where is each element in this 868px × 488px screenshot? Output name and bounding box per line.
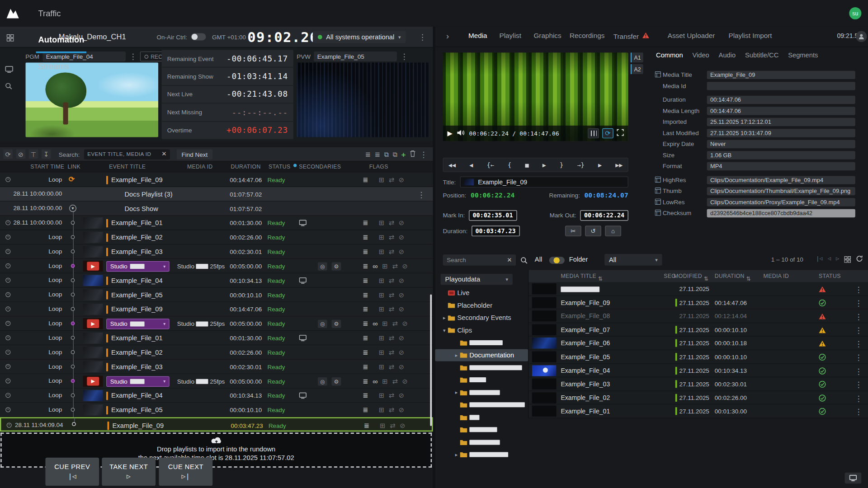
refresh-icon[interactable]: ⟳	[3, 150, 13, 159]
monitor-off-flag-icon[interactable]: ⊘	[402, 262, 408, 270]
media-row-menu-button[interactable]: ⋮	[855, 380, 863, 389]
layout-flag-icon[interactable]: ⊞	[379, 176, 384, 183]
cg-icon[interactable]: ◎	[318, 319, 327, 328]
media-tab-transfer[interactable]: Transfer	[613, 32, 650, 40]
monitor-off-flag-icon[interactable]: ⊘	[399, 248, 404, 256]
tree-item-clips[interactable]: ▾ Clips	[435, 324, 528, 337]
rundown-menu-button[interactable]: ⋮	[420, 150, 427, 159]
tree-root-dropdown[interactable]: Playoutdata ▾	[441, 274, 513, 285]
notes-flag-icon[interactable]: ≣	[363, 363, 368, 371]
notes-flag-icon[interactable]: ≣	[363, 348, 368, 356]
transition-flag-icon[interactable]: ⇄	[389, 248, 394, 256]
meta-value-duration[interactable]: 00:14:47.06	[707, 95, 855, 103]
clear-media-search-icon[interactable]: ✕	[507, 257, 512, 264]
audio-channel-a1[interactable]: A1	[631, 52, 643, 62]
frame-back-button[interactable]: ◀	[469, 161, 473, 169]
secondary-screen-icon[interactable]	[299, 331, 307, 345]
main-tab-streams[interactable]: Streams	[36, 53, 87, 80]
next-page-button[interactable]: ▷	[836, 255, 839, 261]
grid-view-icon[interactable]	[844, 255, 851, 265]
tree-item-folder[interactable]: ▸	[435, 448, 528, 461]
search-view-icon[interactable]	[5, 82, 12, 92]
transition-flag-icon[interactable]: ⇄	[392, 262, 397, 270]
event-title[interactable]: Example_File_03	[106, 360, 163, 374]
rundown-search-input[interactable]: EVENT TITLE, MEDIA ID ✕	[84, 149, 170, 159]
rundown-row[interactable]: LoopExample_File_0400:10:34.13Ready≣⊞⇄⊘	[0, 389, 433, 403]
event-title[interactable]: Example_File_09	[108, 418, 164, 433]
media-row-menu-button[interactable]: ⋮	[855, 353, 863, 362]
notes-flag-icon[interactable]: ≣	[363, 377, 368, 385]
media-tab-recordings[interactable]: Recordings	[570, 32, 604, 40]
event-title[interactable]: Example_File_01	[106, 331, 163, 345]
tree-item-live[interactable]: Live	[435, 286, 528, 299]
main-tab-automation[interactable]: Automation	[36, 27, 87, 53]
reset-marks-button[interactable]: ↺	[585, 225, 601, 236]
monitor-off-flag-icon[interactable]: ⊘	[399, 277, 404, 284]
goto-mark-out-button[interactable]: →}	[577, 161, 584, 169]
layout-flag-icon[interactable]: ⊞	[382, 262, 387, 270]
monitor-view-icon[interactable]	[5, 65, 13, 75]
makalu-logo[interactable]	[0, 7, 25, 19]
media-row[interactable]: 27.11.2025 ⋮	[528, 282, 868, 296]
event-title[interactable]: Docs Show	[125, 202, 158, 216]
rundown-row[interactable]: LoopExample_File_0300:02:30.01Ready≣⊞⇄⊘	[0, 244, 433, 259]
meta-tab-audio[interactable]: Audio	[719, 52, 736, 59]
transition-flag-icon[interactable]: ⇄	[390, 422, 395, 429]
media-row-menu-button[interactable]: ⋮	[855, 366, 863, 375]
meta-value-size[interactable]: 1.06 GB	[707, 151, 855, 159]
take-next-button[interactable]: TAKE NEXT▷	[102, 458, 156, 486]
layout-flag-icon[interactable]: ⊞	[379, 277, 384, 284]
media-tab-playlist[interactable]: Playlist	[499, 32, 521, 40]
duration-value[interactable]: 00:03:47.23	[472, 225, 519, 236]
layout-flag-icon[interactable]: ⊞	[379, 305, 384, 313]
autoscroll-off-icon[interactable]: ⊘	[16, 150, 26, 159]
notes-flag-icon[interactable]: ≣	[363, 320, 368, 328]
monitor-toggle-button[interactable]	[845, 473, 862, 483]
media-row[interactable]: Example_File_02 27.11.2025 00:02:26.00 ⋮	[528, 391, 868, 404]
column-header-duration[interactable]: DURATION	[231, 164, 261, 169]
monitor-off-flag-icon[interactable]: ⊘	[399, 363, 404, 371]
meta-value-media-id[interactable]	[707, 82, 855, 90]
meta-tab-common[interactable]: Common	[656, 52, 683, 59]
media-row[interactable]: Example_File_04 27.11.2025 00:10:34.13 ⋮	[528, 364, 868, 377]
monitor-off-flag-icon[interactable]: ⊘	[400, 422, 405, 429]
event-title[interactable]: Example_File_04	[106, 389, 163, 403]
transition-flag-icon[interactable]: ⇄	[389, 219, 394, 227]
media-column-modified[interactable]: MODIFIED⇅	[674, 273, 702, 279]
column-header-secondaries[interactable]: SECONDARIES	[299, 164, 341, 169]
notes-flag-icon[interactable]: ≣	[363, 234, 368, 241]
pvw-video-preview[interactable]	[297, 62, 429, 137]
notes-flag-icon[interactable]: ≣	[363, 406, 368, 414]
transition-flag-icon[interactable]: ⇄	[389, 277, 394, 284]
prev-page-button[interactable]: ◁	[828, 255, 831, 261]
monitor-off-flag-icon[interactable]: ⊘	[399, 348, 404, 356]
media-column-duration[interactable]: DURATION⇅	[715, 273, 745, 279]
notes-flag-icon[interactable]: ≣	[363, 291, 368, 299]
media-row[interactable]: Example_File_07 27.11.2025 00:00:10.10 ⋮	[528, 323, 868, 337]
meta-value-media-title[interactable]: Example_File_09	[707, 70, 855, 79]
meta-tab-video[interactable]: Video	[692, 52, 709, 59]
event-title[interactable]: Example_File_03	[106, 244, 163, 259]
rundown-scrollbar[interactable]	[430, 294, 432, 426]
notes-flag-icon[interactable]: ≣	[363, 277, 368, 284]
cg-icon[interactable]: ◎	[318, 262, 327, 270]
copy-page-icon[interactable]: ⧉	[384, 150, 389, 158]
loop-playback-icon[interactable]: ⟳	[602, 128, 613, 138]
layout-flag-icon[interactable]: ⊞	[379, 234, 384, 241]
secondary-screen-icon[interactable]	[299, 273, 307, 288]
rundown-row[interactable]: 28.11 10:00:00.00Example_File_0100:01:30…	[0, 216, 433, 230]
find-next-button[interactable]: Find Next	[177, 149, 213, 159]
layout-flag-icon[interactable]: ⊞	[379, 392, 384, 399]
meta-value-thumb[interactable]: Clips/Documentation/Thumbnail/Example_Fi…	[707, 187, 855, 195]
column-header-status[interactable]: STATUS	[269, 164, 291, 169]
column-header-link[interactable]: LINK	[67, 164, 80, 169]
event-title[interactable]: Example_File_05	[106, 403, 163, 417]
tree-item-placeholder[interactable]: Placeholder	[435, 299, 528, 312]
row-menu-button[interactable]: ⋮	[417, 190, 425, 199]
media-search-input[interactable]: Search ✕	[443, 254, 516, 265]
cg-icon[interactable]: ◎	[318, 377, 327, 385]
meta-value-lowres[interactable]: Clips/Documentation/Proxy/Example_File_0…	[707, 198, 855, 206]
layout-flag-icon[interactable]: ⊞	[379, 219, 384, 227]
meta-value-highres[interactable]: Clips/Documentation/Example_File_09.mp4	[707, 176, 855, 184]
event-title[interactable]: Example_File_01	[106, 216, 163, 230]
